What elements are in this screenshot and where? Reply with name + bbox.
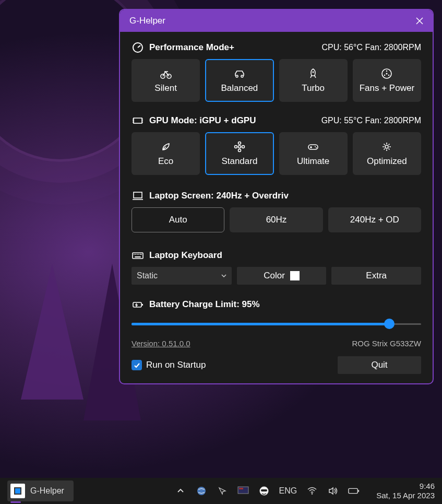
run-on-startup-checkbox[interactable]: Run on Startup [132, 360, 206, 370]
titlebar[interactable]: G-Helper [120, 10, 433, 32]
perf-heading: Performance Mode+ [149, 42, 234, 53]
gpu-heading: GPU Mode: iGPU + dGPU [149, 115, 256, 126]
car-icon [233, 67, 246, 80]
battery-status-icon [348, 487, 360, 495]
chevron-up-icon [177, 487, 184, 495]
gpu-chip-icon [132, 114, 144, 127]
perf-mode-fans[interactable]: Fans + Power [353, 59, 421, 102]
perf-status: CPU: 56°C Fan: 2800RPM [322, 43, 421, 52]
perf-mode-silent[interactable]: Silent [132, 59, 200, 102]
keyboard-icon [132, 249, 144, 262]
svg-point-18 [315, 146, 316, 147]
svg-rect-31 [349, 488, 357, 493]
battery-icon [132, 298, 144, 311]
tray-app-icon[interactable] [196, 485, 207, 497]
tray-overflow-arrow[interactable] [175, 485, 186, 497]
keyboard-heading: Laptop Keyboard [149, 250, 222, 261]
monitor-icon [237, 486, 249, 496]
svg-rect-11 [134, 118, 142, 123]
svg-point-20 [385, 145, 388, 148]
svg-point-8 [386, 71, 387, 72]
svg-rect-32 [358, 490, 359, 492]
rocket-icon [307, 67, 319, 80]
gpu-status: GPU: 55°C Fan: 2800RPM [321, 116, 421, 125]
battery-heading: Battery Charge Limit: 95% [149, 299, 260, 310]
tray-cursor-icon[interactable] [217, 485, 228, 497]
gauge-icon [132, 41, 144, 54]
tray-monitor-icon[interactable] [237, 485, 249, 497]
svg-point-15 [234, 146, 237, 148]
svg-rect-17 [308, 145, 318, 149]
leaf-icon [160, 140, 172, 153]
app-window: G-Helper Performance Mode+ CPU: 56°C Fan… [119, 9, 434, 384]
version-link[interactable]: Version: 0.51.0.0 [132, 339, 190, 348]
svg-point-14 [238, 149, 241, 152]
svg-point-3 [236, 75, 238, 77]
gpu-mode-standard[interactable]: Standard [205, 132, 273, 175]
taskbar: G-Helper ENG 9:46 Sat, 15 Apr 2023 [0, 478, 442, 504]
screen-mode-60hz[interactable]: 60Hz [230, 207, 322, 232]
close-button[interactable] [412, 13, 427, 29]
gpu-mode-eco[interactable]: Eco [132, 132, 200, 175]
svg-point-4 [241, 75, 243, 77]
gpu-mode-ultimate[interactable]: Ultimate [279, 132, 348, 175]
cursor-icon [218, 486, 227, 496]
perf-mode-turbo[interactable]: Turbo [279, 59, 348, 102]
window-title: G-Helper [129, 16, 165, 26]
svg-rect-24 [142, 304, 143, 306]
gamepad-icon [307, 140, 319, 153]
wifi-icon [307, 487, 317, 495]
battery-slider[interactable] [132, 316, 421, 332]
close-icon [416, 17, 423, 25]
keyboard-color-button[interactable]: Color [237, 267, 327, 285]
taskbar-app-icon [10, 484, 25, 498]
svg-rect-22 [133, 253, 143, 259]
laptop-icon [132, 190, 144, 202]
svg-point-9 [384, 75, 385, 76]
taskbar-clock[interactable]: 9:46 Sat, 15 Apr 2023 [376, 482, 435, 500]
color-swatch [290, 271, 300, 280]
tray-volume-icon[interactable] [327, 485, 339, 497]
tray-battery-icon[interactable] [348, 485, 360, 497]
quit-button[interactable]: Quit [338, 356, 421, 374]
volume-icon [328, 486, 338, 496]
svg-point-25 [197, 487, 206, 495]
globe-icon [196, 486, 207, 496]
bicycle-icon [160, 67, 172, 80]
face-icon [259, 486, 269, 496]
tray-language[interactable]: ENG [279, 486, 297, 496]
svg-rect-29 [261, 489, 267, 491]
fan-icon [380, 67, 393, 80]
svg-point-10 [388, 75, 389, 76]
keyboard-mode-select[interactable]: Static [132, 267, 232, 285]
check-icon [134, 362, 140, 369]
flower-icon [233, 140, 246, 153]
svg-point-12 [238, 146, 241, 148]
taskbar-app-ghelper[interactable]: G-Helper [7, 480, 74, 501]
screen-heading: Laptop Screen: 240Hz + Overdriv [149, 191, 289, 201]
device-model: ROG Strix G533ZW [352, 339, 421, 348]
tray-wifi-icon[interactable] [306, 485, 318, 497]
slider-thumb[interactable] [384, 319, 395, 329]
svg-rect-27 [239, 488, 243, 489]
svg-point-7 [386, 73, 388, 75]
svg-rect-26 [238, 487, 248, 494]
chevron-down-icon [221, 274, 226, 277]
keyboard-extra-button[interactable]: Extra [331, 267, 421, 285]
svg-point-5 [313, 72, 314, 73]
svg-point-19 [316, 147, 317, 148]
svg-point-30 [312, 493, 313, 495]
sparkle-icon [380, 140, 393, 153]
screen-mode-240hz-od[interactable]: 240Hz + OD [328, 207, 421, 232]
tray-agent-icon[interactable] [258, 485, 270, 497]
checkbox-box [132, 360, 142, 370]
gpu-mode-optimized[interactable]: Optimized [353, 132, 421, 175]
svg-point-13 [238, 142, 241, 145]
perf-mode-balanced[interactable]: Balanced [205, 59, 273, 102]
screen-mode-auto[interactable]: Auto [132, 207, 224, 232]
svg-point-16 [242, 146, 244, 148]
svg-rect-21 [134, 192, 142, 198]
